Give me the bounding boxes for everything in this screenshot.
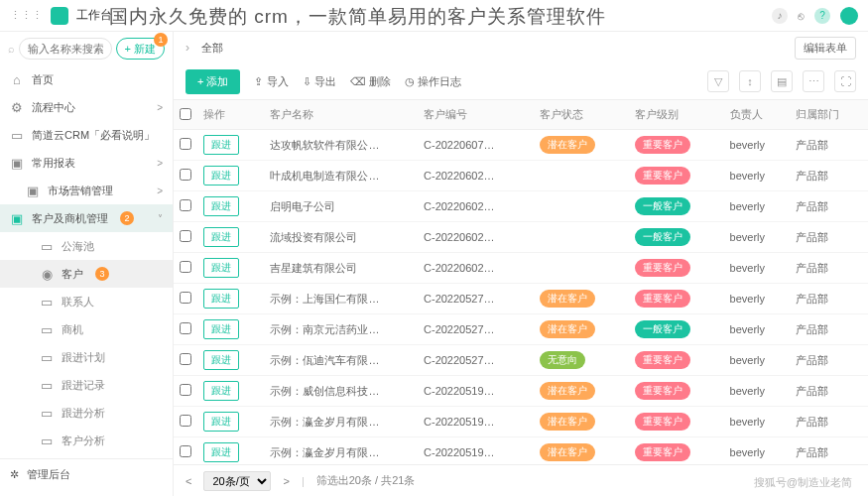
table-row[interactable]: 跟进 流域投资有限公司 C-20220602… 一般客户 beverly 产品部 (174, 222, 868, 253)
pager-next[interactable]: > (283, 475, 289, 487)
cell-owner[interactable]: beverly (724, 253, 791, 284)
row-checkbox[interactable] (180, 292, 191, 304)
cell-dept[interactable]: 产品部 (790, 253, 868, 284)
follow-button[interactable]: 跟进 (203, 258, 239, 278)
log-button[interactable]: ◷ 操作日志 (405, 74, 461, 89)
select-all-checkbox[interactable] (180, 108, 191, 120)
export-button[interactable]: ⇩ 导出 (303, 74, 336, 89)
sidebar-item[interactable]: ⌂首页 (0, 65, 173, 93)
follow-button[interactable]: 跟进 (203, 196, 239, 216)
table-row[interactable]: 跟进 启明电子公司 C-20220602… 一般客户 beverly 产品部 (174, 191, 868, 222)
follow-button[interactable]: 跟进 (203, 289, 239, 309)
edit-form-button[interactable]: 编辑表单 (795, 37, 856, 60)
cell-owner[interactable]: beverly (724, 284, 791, 314)
tab-all[interactable]: 全部 (201, 41, 223, 56)
sidebar-item[interactable]: ▭公海池 (0, 232, 173, 260)
cell-dept[interactable]: 产品部 (790, 314, 868, 345)
cell-dept[interactable]: 产品部 (790, 191, 868, 222)
bell-icon[interactable]: ♪ (772, 8, 788, 24)
sort-icon[interactable]: ↕ (739, 70, 761, 92)
sidebar-item[interactable]: ▣客户及商机管理2˅ (0, 204, 173, 232)
table-row[interactable]: 跟进 示例：南京元洁药业… C-20220527… 潜在客户 一般客户 beve… (174, 314, 868, 345)
page-size-select[interactable]: 20条/页 (203, 471, 271, 491)
follow-button[interactable]: 跟进 (203, 135, 239, 155)
fullscreen-icon[interactable]: ⛶ (834, 70, 856, 92)
table-row[interactable]: 跟进 达攻帆软软件有限公… C-20220607… 潜在客户 重要客户 beve… (174, 130, 868, 161)
row-checkbox[interactable] (180, 322, 191, 334)
cell-dept[interactable]: 产品部 (790, 345, 868, 376)
follow-button[interactable]: 跟进 (203, 442, 239, 462)
sidebar-footer[interactable]: ✲ 管理后台 (0, 458, 173, 490)
cell-owner[interactable]: beverly (724, 376, 791, 407)
add-button[interactable]: + 添加 (186, 69, 240, 94)
cell-dept[interactable]: 产品部 (790, 130, 868, 161)
table-row[interactable]: 跟进 示例：瀛金岁月有限… C-20220519… 潜在客户 重要客户 beve… (174, 407, 868, 437)
table-row[interactable]: 跟进 吉星建筑有限公司 C-20220602… 重要客户 beverly 产品部 (174, 253, 868, 284)
cell-code: C-20220602… (418, 161, 534, 191)
cell-dept[interactable]: 产品部 (790, 161, 868, 191)
avatar[interactable] (840, 7, 858, 25)
follow-button[interactable]: 跟进 (203, 319, 239, 339)
cell-owner[interactable]: beverly (724, 161, 791, 191)
columns-icon[interactable]: ▤ (771, 70, 793, 92)
sidebar-item[interactable]: ⚙流程中心> (0, 93, 173, 121)
follow-button[interactable]: 跟进 (203, 166, 239, 186)
follow-button[interactable]: 跟进 (203, 227, 239, 247)
row-checkbox[interactable] (180, 261, 191, 273)
sidebar-item[interactable]: ▣市场营销管理> (0, 177, 173, 204)
sidebar-item[interactable]: ▭跟进分析 (0, 399, 173, 427)
cell-owner[interactable]: beverly (724, 345, 791, 376)
row-checkbox[interactable] (180, 415, 191, 427)
cell-dept[interactable]: 产品部 (790, 376, 868, 407)
sidebar-search-input[interactable] (19, 38, 112, 60)
cell-status (534, 253, 629, 284)
cell-owner[interactable]: beverly (724, 314, 791, 345)
cell-owner[interactable]: beverly (724, 191, 791, 222)
row-checkbox[interactable] (180, 138, 191, 150)
table-row[interactable]: 跟进 示例：威创信息科技… C-20220519… 潜在客户 重要客户 beve… (174, 376, 868, 407)
table-row[interactable]: 跟进 示例：上海国仁有限… C-20220527… 潜在客户 重要客户 beve… (174, 284, 868, 314)
sidebar-item[interactable]: ▣常用报表> (0, 149, 173, 177)
table-row[interactable]: 跟进 示例：瀛金岁月有限… C-20220519… 潜在客户 重要客户 beve… (174, 437, 868, 465)
help-icon[interactable]: ? (814, 8, 830, 24)
cell-owner[interactable]: beverly (724, 130, 791, 161)
row-checkbox[interactable] (180, 230, 191, 242)
chevron-right-icon[interactable]: › (186, 41, 189, 55)
cell-dept[interactable]: 产品部 (790, 222, 868, 253)
sidebar-item[interactable]: ◉客户3 (0, 260, 173, 288)
row-checkbox[interactable] (180, 353, 191, 365)
cell-owner[interactable]: beverly (724, 407, 791, 437)
row-checkbox[interactable] (180, 199, 191, 211)
follow-button[interactable]: 跟进 (203, 412, 239, 432)
apps-icon[interactable]: ⋮⋮⋮ (10, 9, 43, 22)
sidebar-item[interactable]: ▭跟进记录 (0, 371, 173, 399)
cell-dept[interactable]: 产品部 (790, 284, 868, 314)
sidebar-item[interactable]: ▭商机分析 (0, 454, 173, 458)
row-checkbox[interactable] (180, 445, 191, 457)
row-checkbox[interactable] (180, 169, 191, 181)
cell-owner[interactable]: beverly (724, 437, 791, 465)
delete-button[interactable]: ⌫ 删除 (350, 74, 391, 89)
cell-dept[interactable]: 产品部 (790, 437, 868, 465)
sidebar-item[interactable]: ▭客户分析 (0, 427, 173, 454)
filter-icon[interactable]: ▽ (707, 70, 729, 92)
link-icon[interactable]: ⎋ (798, 10, 805, 22)
sidebar-item[interactable]: ▭简道云CRM「必看说明」 (0, 121, 173, 149)
pager-prev[interactable]: < (186, 475, 191, 487)
follow-button[interactable]: 跟进 (203, 381, 239, 401)
new-button[interactable]: + 新建 1 (116, 38, 165, 60)
follow-button[interactable]: 跟进 (203, 350, 239, 370)
cell-owner[interactable]: beverly (724, 222, 791, 253)
folder-icon: ◉ (40, 267, 54, 281)
sidebar-item[interactable]: ▭联系人 (0, 288, 173, 315)
main: › 全部 编辑表单 + 添加 ⇪ 导入 ⇩ 导出 ⌫ 删除 ◷ 操作日志 ▽ ↕… (174, 32, 868, 496)
sidebar-item[interactable]: ▭跟进计划 (0, 343, 173, 371)
row-checkbox[interactable] (180, 384, 191, 396)
more-icon[interactable]: ⋯ (803, 70, 824, 92)
import-button[interactable]: ⇪ 导入 (254, 74, 288, 89)
cell-dept[interactable]: 产品部 (790, 407, 868, 437)
table-row[interactable]: 跟进 示例：佤迪汽车有限… C-20220527… 无意向 重要客户 bever… (174, 345, 868, 376)
table-row[interactable]: 跟进 叶成机电制造有限公… C-20220602… 重要客户 beverly 产… (174, 161, 868, 191)
sidebar-item[interactable]: ▭商机 (0, 315, 173, 343)
workspace-label[interactable]: 工作台 (76, 7, 112, 24)
